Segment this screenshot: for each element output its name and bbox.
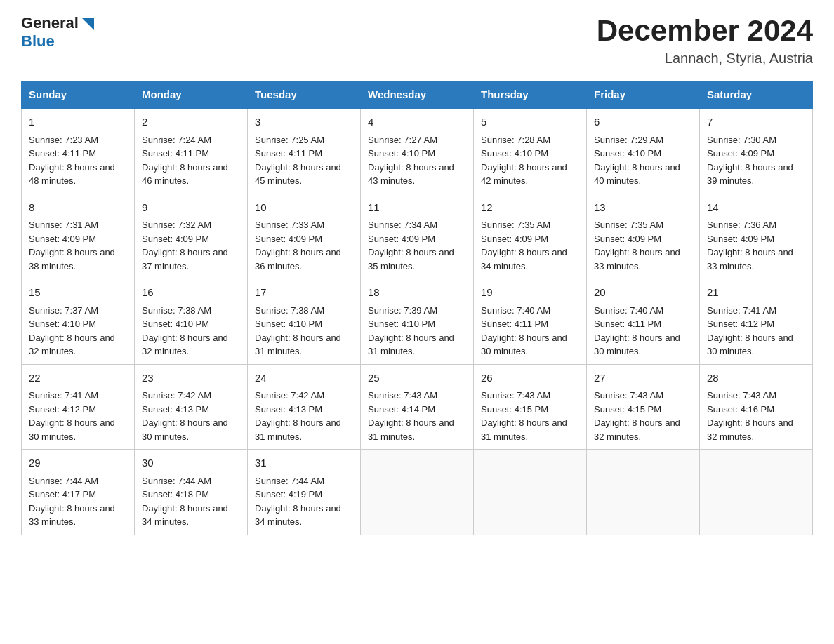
sunrise-text: Sunrise: 7:33 AM xyxy=(255,220,324,230)
sunset-text: Sunset: 4:14 PM xyxy=(368,404,435,415)
day-number: 9 xyxy=(142,200,240,216)
sunrise-text: Sunrise: 7:43 AM xyxy=(368,390,437,401)
logo-blue-text: Blue xyxy=(21,32,55,51)
sunrise-text: Sunrise: 7:43 AM xyxy=(707,390,776,401)
sunset-text: Sunset: 4:11 PM xyxy=(255,148,322,159)
day-number: 1 xyxy=(29,114,127,130)
page-header: General Blue December 2024 Lannach, Styr… xyxy=(21,14,813,67)
daylight-text: Daylight: 8 hours and 30 minutes. xyxy=(707,333,793,357)
calendar-cell: 10Sunrise: 7:33 AMSunset: 4:09 PMDayligh… xyxy=(248,194,361,279)
logo-triangle-icon xyxy=(80,16,95,32)
calendar-cell: 30Sunrise: 7:44 AMSunset: 4:18 PMDayligh… xyxy=(135,450,248,535)
calendar-cell: 7Sunrise: 7:30 AMSunset: 4:09 PMDaylight… xyxy=(700,108,813,194)
calendar-cell: 5Sunrise: 7:28 AMSunset: 4:10 PMDaylight… xyxy=(474,108,587,194)
sunset-text: Sunset: 4:10 PM xyxy=(142,318,209,329)
calendar-cell: 3Sunrise: 7:25 AMSunset: 4:11 PMDaylight… xyxy=(248,108,361,194)
calendar-cell: 6Sunrise: 7:29 AMSunset: 4:10 PMDaylight… xyxy=(587,108,700,194)
calendar-cell: 27Sunrise: 7:43 AMSunset: 4:15 PMDayligh… xyxy=(587,364,700,450)
calendar-cell: 13Sunrise: 7:35 AMSunset: 4:09 PMDayligh… xyxy=(587,194,700,279)
sunrise-text: Sunrise: 7:34 AM xyxy=(368,220,437,230)
daylight-text: Daylight: 8 hours and 33 minutes. xyxy=(29,503,115,528)
daylight-text: Daylight: 8 hours and 46 minutes. xyxy=(142,162,228,187)
sunrise-text: Sunrise: 7:37 AM xyxy=(29,305,98,316)
calendar-cell: 16Sunrise: 7:38 AMSunset: 4:10 PMDayligh… xyxy=(135,279,248,365)
daylight-text: Daylight: 8 hours and 31 minutes. xyxy=(368,333,454,357)
calendar-week-row: 1Sunrise: 7:23 AMSunset: 4:11 PMDaylight… xyxy=(22,108,813,194)
sunrise-text: Sunrise: 7:28 AM xyxy=(481,135,550,145)
calendar-cell: 4Sunrise: 7:27 AMSunset: 4:10 PMDaylight… xyxy=(361,108,474,194)
sunrise-text: Sunrise: 7:41 AM xyxy=(707,305,776,316)
calendar-header-saturday: Saturday xyxy=(700,81,813,109)
calendar-cell: 25Sunrise: 7:43 AMSunset: 4:14 PMDayligh… xyxy=(361,364,474,450)
logo: General Blue xyxy=(21,14,95,51)
sunset-text: Sunset: 4:16 PM xyxy=(707,404,774,415)
calendar-week-row: 22Sunrise: 7:41 AMSunset: 4:12 PMDayligh… xyxy=(22,364,813,450)
daylight-text: Daylight: 8 hours and 34 minutes. xyxy=(255,503,341,528)
daylight-text: Daylight: 8 hours and 33 minutes. xyxy=(594,247,680,271)
calendar-cell xyxy=(474,450,587,535)
sunset-text: Sunset: 4:09 PM xyxy=(29,234,96,244)
sunrise-text: Sunrise: 7:32 AM xyxy=(142,220,211,230)
calendar-cell: 22Sunrise: 7:41 AMSunset: 4:12 PMDayligh… xyxy=(22,364,135,450)
sunset-text: Sunset: 4:10 PM xyxy=(255,318,322,329)
sunset-text: Sunset: 4:10 PM xyxy=(368,318,435,329)
sunrise-text: Sunrise: 7:42 AM xyxy=(255,390,324,401)
sunset-text: Sunset: 4:09 PM xyxy=(707,148,774,159)
sunset-text: Sunset: 4:15 PM xyxy=(481,404,548,415)
day-number: 24 xyxy=(255,370,353,387)
calendar-cell xyxy=(700,450,813,535)
daylight-text: Daylight: 8 hours and 48 minutes. xyxy=(29,162,115,187)
calendar-cell: 31Sunrise: 7:44 AMSunset: 4:19 PMDayligh… xyxy=(248,450,361,535)
calendar-cell: 26Sunrise: 7:43 AMSunset: 4:15 PMDayligh… xyxy=(474,364,587,450)
day-number: 25 xyxy=(368,370,466,387)
daylight-text: Daylight: 8 hours and 42 minutes. xyxy=(481,162,567,187)
daylight-text: Daylight: 8 hours and 30 minutes. xyxy=(142,417,228,442)
daylight-text: Daylight: 8 hours and 37 minutes. xyxy=(142,247,228,271)
calendar-cell: 14Sunrise: 7:36 AMSunset: 4:09 PMDayligh… xyxy=(700,194,813,279)
sunrise-text: Sunrise: 7:27 AM xyxy=(368,135,437,145)
calendar-cell xyxy=(361,450,474,535)
day-number: 21 xyxy=(707,285,805,301)
sunset-text: Sunset: 4:09 PM xyxy=(594,234,661,244)
day-number: 23 xyxy=(142,370,240,387)
day-number: 10 xyxy=(255,200,353,216)
calendar-cell: 17Sunrise: 7:38 AMSunset: 4:10 PMDayligh… xyxy=(248,279,361,365)
calendar-week-row: 29Sunrise: 7:44 AMSunset: 4:17 PMDayligh… xyxy=(22,450,813,535)
day-number: 8 xyxy=(29,200,127,216)
daylight-text: Daylight: 8 hours and 30 minutes. xyxy=(29,417,115,442)
daylight-text: Daylight: 8 hours and 32 minutes. xyxy=(594,417,680,442)
sunset-text: Sunset: 4:11 PM xyxy=(594,318,661,329)
sunset-text: Sunset: 4:10 PM xyxy=(368,148,435,159)
sunset-text: Sunset: 4:17 PM xyxy=(29,489,96,499)
daylight-text: Daylight: 8 hours and 31 minutes. xyxy=(255,333,341,357)
sunset-text: Sunset: 4:13 PM xyxy=(142,404,209,415)
sunset-text: Sunset: 4:11 PM xyxy=(481,318,548,329)
sunrise-text: Sunrise: 7:41 AM xyxy=(29,390,98,401)
daylight-text: Daylight: 8 hours and 34 minutes. xyxy=(142,503,228,528)
daylight-text: Daylight: 8 hours and 32 minutes. xyxy=(707,417,793,442)
daylight-text: Daylight: 8 hours and 30 minutes. xyxy=(594,333,680,357)
calendar-cell: 2Sunrise: 7:24 AMSunset: 4:11 PMDaylight… xyxy=(135,108,248,194)
sunset-text: Sunset: 4:11 PM xyxy=(142,148,209,159)
daylight-text: Daylight: 8 hours and 36 minutes. xyxy=(255,247,341,271)
daylight-text: Daylight: 8 hours and 30 minutes. xyxy=(481,333,567,357)
sunset-text: Sunset: 4:10 PM xyxy=(594,148,661,159)
page-title: December 2024 xyxy=(597,14,813,48)
day-number: 12 xyxy=(481,200,579,216)
sunset-text: Sunset: 4:11 PM xyxy=(29,148,96,159)
day-number: 27 xyxy=(594,370,692,387)
sunrise-text: Sunrise: 7:40 AM xyxy=(481,305,550,316)
calendar-cell: 1Sunrise: 7:23 AMSunset: 4:11 PMDaylight… xyxy=(22,108,135,194)
day-number: 30 xyxy=(142,455,240,471)
day-number: 2 xyxy=(142,114,240,130)
day-number: 15 xyxy=(29,285,127,301)
calendar-cell: 20Sunrise: 7:40 AMSunset: 4:11 PMDayligh… xyxy=(587,279,700,365)
sunset-text: Sunset: 4:10 PM xyxy=(29,318,96,329)
sunset-text: Sunset: 4:10 PM xyxy=(481,148,548,159)
day-number: 31 xyxy=(255,455,353,471)
day-number: 22 xyxy=(29,370,127,387)
svg-marker-0 xyxy=(81,18,94,30)
calendar-body: 1Sunrise: 7:23 AMSunset: 4:11 PMDaylight… xyxy=(22,108,813,535)
calendar-cell: 19Sunrise: 7:40 AMSunset: 4:11 PMDayligh… xyxy=(474,279,587,365)
sunrise-text: Sunrise: 7:35 AM xyxy=(481,220,550,230)
